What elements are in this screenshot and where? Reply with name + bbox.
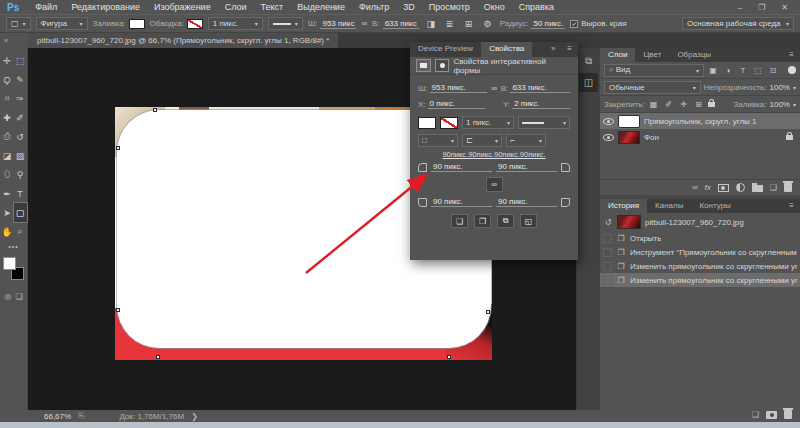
tool-move[interactable]: ✛ — [1, 51, 14, 70]
export-icon[interactable]: ⎘ — [78, 411, 84, 421]
fill-field[interactable]: 100% — [770, 100, 790, 109]
corner-tl-field[interactable]: 90 пикс. — [431, 162, 492, 172]
history-state[interactable]: ❐ Открыть — [600, 231, 800, 245]
tab-color[interactable]: Цвет — [635, 48, 669, 62]
pathfinder-combine-button[interactable]: ❏ — [451, 214, 468, 228]
tab-swatches[interactable]: Образцы — [669, 48, 719, 62]
menu-view[interactable]: Просмотр — [422, 2, 477, 12]
stroke-swatch[interactable] — [440, 117, 458, 129]
anchor-point[interactable] — [447, 355, 451, 359]
tool-path-selection[interactable]: ➤ — [1, 203, 14, 222]
fill-swatch[interactable] — [418, 117, 436, 129]
tab-device-preview[interactable]: Device Preview — [410, 42, 481, 57]
menu-image[interactable]: Изображение — [147, 2, 218, 12]
stroke-swatch[interactable] — [187, 19, 203, 29]
tool-blur[interactable]: ⬯ — [1, 165, 14, 184]
stroke-corners-dropdown[interactable]: ⌐ ▾ — [506, 134, 546, 147]
workspace-dropdown[interactable]: Основная рабочая среда ▾ — [682, 17, 794, 30]
filter-toggle[interactable] — [788, 66, 796, 74]
tool-hand[interactable]: ✋ — [1, 222, 14, 241]
shape-y-field[interactable]: 2 пикс. — [512, 99, 570, 109]
history-source-checkbox[interactable] — [603, 262, 612, 271]
toolbar-collapse-icon[interactable]: « — [0, 33, 28, 48]
menu-file[interactable]: Файл — [28, 2, 64, 12]
tool-clone-stamp[interactable]: ⎙ — [1, 127, 14, 146]
shape-width-field[interactable]: 953 пикс. — [430, 83, 488, 93]
panel-collapse-icon[interactable]: » — [545, 42, 561, 57]
corner-bl-field[interactable]: 90 пикс. — [431, 197, 492, 207]
visibility-eye-icon[interactable] — [603, 118, 614, 125]
menu-3d[interactable]: 3D — [396, 2, 422, 12]
anchor-point[interactable] — [116, 308, 120, 312]
tab-layers[interactable]: Слои — [600, 48, 635, 62]
lock-all-icon[interactable] — [708, 102, 715, 107]
history-source-checkbox[interactable] — [603, 248, 612, 257]
shape-properties-icon[interactable] — [416, 59, 431, 72]
lock-transparency-icon[interactable]: ▦ — [648, 100, 660, 109]
corner-tr-field[interactable]: 90 пикс. — [496, 162, 557, 172]
corner-radii-summary-link[interactable]: 90пикс.90пикс.90пикс.90пикс. — [410, 150, 578, 159]
tab-properties[interactable]: Свойства — [481, 42, 532, 57]
menu-help[interactable]: Справка — [512, 2, 561, 12]
mask-properties-icon[interactable] — [435, 59, 450, 72]
delete-state-icon[interactable] — [784, 410, 792, 419]
menu-filter[interactable]: Фильтр — [352, 2, 396, 12]
filter-pixel-layers-icon[interactable]: ▣ — [707, 66, 719, 75]
history-snapshot-row[interactable]: ↺ pitbull-123007_960_720.jpg — [600, 213, 800, 231]
tab-history[interactable]: История — [600, 199, 647, 213]
history-state[interactable]: ❐ Инструмент "Прямоугольник со скругленн… — [600, 245, 800, 259]
pathfinder-subtract-button[interactable]: ❐ — [474, 214, 491, 228]
shape-mode-dropdown[interactable]: Фигура ▾ — [36, 17, 88, 30]
layer-filter-dropdown[interactable]: ⌕ Вид ▾ — [604, 64, 704, 77]
adjustment-layer-icon[interactable] — [736, 183, 745, 192]
close-button[interactable]: ✕ — [781, 3, 788, 12]
tool-rounded-rectangle[interactable]: ▢ — [14, 203, 27, 222]
lock-pixels-icon[interactable]: ✐ — [663, 100, 675, 109]
menu-edit[interactable]: Редактирование — [64, 2, 147, 12]
tools-overflow-icon[interactable]: ••• — [0, 243, 27, 250]
minimize-button[interactable]: – — [738, 3, 742, 12]
new-document-from-state-icon[interactable]: ❏ — [752, 410, 759, 419]
opacity-field[interactable]: 100% — [770, 83, 790, 92]
tool-eyedropper[interactable]: ✑ — [14, 89, 27, 108]
anchor-point[interactable] — [486, 310, 490, 314]
layer-row-shape[interactable]: Прямоугольник, скругл. углы 1 — [600, 113, 800, 129]
tool-lasso[interactable]: Ϙ — [1, 70, 14, 89]
radius-field[interactable]: 50 пикс. — [531, 19, 565, 29]
filter-smart-objects-icon[interactable]: ⊡ — [767, 66, 779, 75]
menu-select[interactable]: Выделение — [290, 2, 352, 12]
shape-height-field[interactable]: 633 пикс. — [510, 83, 570, 93]
lock-artboard-icon[interactable]: ⊞ — [693, 100, 705, 109]
blend-mode-dropdown[interactable]: Обычные ▾ — [604, 81, 701, 94]
path-alignment-button[interactable]: ≣ — [443, 17, 457, 30]
device-preview-panel-icon[interactable]: ⧉ — [579, 51, 598, 70]
tool-gradient[interactable]: ▨ — [14, 146, 27, 165]
gear-icon[interactable]: ⚙ — [481, 17, 495, 30]
restore-button[interactable]: ❐ — [758, 3, 765, 12]
stroke-width-dropdown[interactable]: 1 пикс. ▾ — [462, 116, 514, 129]
pathfinder-exclude-button[interactable]: ◱ — [520, 214, 537, 228]
visibility-eye-icon[interactable] — [603, 134, 614, 141]
tool-eraser[interactable]: ◪ — [1, 146, 14, 165]
stroke-style-dropdown[interactable]: ▾ — [518, 116, 570, 129]
width-field[interactable]: 953 пикс — [320, 19, 356, 29]
layer-style-fx-icon[interactable]: fx — [705, 183, 711, 192]
tool-preset-dropdown[interactable]: ▢ ▾ — [6, 17, 31, 30]
link-corner-radii-button[interactable]: ∞ — [486, 177, 503, 192]
filter-shape-layers-icon[interactable]: ⬚ — [752, 66, 764, 75]
align-edges-checkbox[interactable]: ✓ — [570, 20, 578, 28]
screen-mode-button[interactable]: ❏ — [15, 292, 22, 301]
path-operations-button[interactable]: ◨ — [424, 17, 438, 30]
menu-window[interactable]: Окно — [477, 2, 512, 12]
stroke-align-dropdown[interactable]: □ ▾ — [418, 134, 458, 147]
height-field[interactable]: 633 пикс — [383, 19, 419, 29]
menu-layers[interactable]: Слои — [218, 2, 254, 12]
zoom-level-field[interactable]: 66,67% — [44, 412, 71, 421]
anchor-point[interactable] — [116, 146, 120, 150]
status-chevron-icon[interactable]: ❯ — [191, 412, 198, 421]
stroke-style-dropdown[interactable]: ▾ — [268, 17, 303, 30]
corner-br-field[interactable]: 90 пикс. — [496, 197, 557, 207]
panel-menu-icon[interactable]: ≡ — [783, 199, 800, 213]
link-dimensions-icon[interactable]: ∞ — [491, 84, 497, 93]
history-source-checkbox[interactable] — [603, 234, 612, 243]
